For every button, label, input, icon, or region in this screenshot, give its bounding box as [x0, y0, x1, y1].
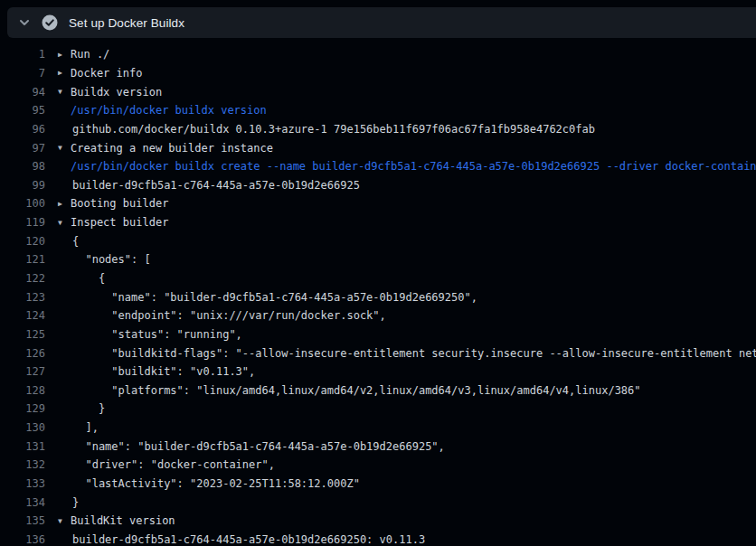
log-line-text: Booting builder [71, 197, 756, 210]
log-line: 96 github.com/docker/buildx 0.10.3+azure… [0, 120, 756, 139]
log-line: 134 } [0, 493, 756, 512]
log-line: 129 } [0, 400, 756, 419]
log-line: 131 "name": "builder-d9cfb5a1-c764-445a-… [0, 437, 756, 456]
line-number[interactable]: 119 [0, 216, 45, 229]
log-line: 95 /usr/bin/docker buildx version [0, 101, 756, 120]
line-number[interactable]: 127 [0, 365, 45, 378]
log-line-text: "buildkit": "v0.11.3", [71, 365, 756, 378]
log-line-text: builder-d9cfb5a1-c764-445a-a57e-0b19d2e6… [71, 533, 756, 546]
line-number[interactable]: 98 [0, 160, 45, 173]
log-line: 121 "nodes": [ [0, 250, 756, 269]
log-line[interactable]: 7 ▶ Docker info [0, 64, 756, 83]
log-line: 125 "status": "running", [0, 325, 756, 344]
line-number[interactable]: 128 [0, 384, 45, 397]
log-line[interactable]: 135 ▼ BuildKit version [0, 512, 756, 531]
log-line-text: "platforms": "linux/amd64,linux/amd64/v2… [71, 384, 756, 397]
log-line[interactable]: 100 ▶ Booting builder [0, 194, 756, 213]
log-line[interactable]: 119 ▼ Inspect builder [0, 213, 756, 232]
log-line[interactable]: 94 ▼ Buildx version [0, 82, 756, 101]
log-line-text: github.com/docker/buildx 0.10.3+azure-1 … [71, 123, 756, 136]
line-number[interactable]: 125 [0, 328, 45, 341]
log-line: 99 builder-d9cfb5a1-c764-445a-a57e-0b19d… [0, 175, 756, 194]
log-line-text: Docker info [71, 67, 756, 80]
expander-triangle-icon: ▼ [58, 144, 71, 152]
log-line-text: Inspect builder [71, 216, 756, 229]
log-line-text: } [71, 402, 756, 415]
step-title: Set up Docker Buildx [69, 16, 184, 30]
line-number[interactable]: 97 [0, 142, 45, 155]
expander-triangle-icon: ▶ [58, 200, 71, 208]
log-line: 126 "buildkitd-flags": "--allow-insecure… [0, 344, 756, 362]
log-line-text: builder-d9cfb5a1-c764-445a-a57e-0b19d2e6… [71, 179, 756, 192]
log-line-text: Creating a new builder instance [71, 142, 756, 155]
line-number[interactable]: 129 [0, 402, 45, 415]
line-number[interactable]: 1 [0, 48, 45, 61]
log-line[interactable]: 1 ▶ Run ./ [0, 45, 756, 64]
log-line: 98 /usr/bin/docker buildx create --name … [0, 157, 756, 176]
log-line-text: ], [71, 421, 756, 434]
log-viewer: 1 ▶ Run ./ 7 ▶ Docker info 94 ▼ Buildx v… [0, 45, 756, 546]
log-line-text: "name": "builder-d9cfb5a1-c764-445a-a57e… [71, 440, 756, 453]
line-number[interactable]: 134 [0, 496, 45, 509]
log-line-text: "nodes": [ [71, 253, 756, 266]
log-line: 132 "driver": "docker-container", [0, 456, 756, 475]
expander-triangle-icon: ▶ [58, 69, 71, 77]
check-circle-icon [42, 14, 58, 31]
chevron-down-icon[interactable] [18, 16, 31, 29]
line-number[interactable]: 123 [0, 291, 45, 304]
log-line-text: Run ./ [71, 48, 756, 61]
expander-triangle-icon: ▼ [58, 219, 71, 227]
expander-triangle-icon: ▼ [58, 517, 71, 525]
log-line-text: Buildx version [71, 86, 756, 99]
line-number[interactable]: 122 [0, 272, 45, 285]
log-line: 136 builder-d9cfb5a1-c764-445a-a57e-0b19… [0, 531, 756, 546]
log-line-text: BuildKit version [71, 514, 756, 527]
log-line: 128 "platforms": "linux/amd64,linux/amd6… [0, 381, 756, 400]
log-line-text: { [71, 235, 756, 248]
log-line: 127 "buildkit": "v0.11.3", [0, 362, 756, 381]
line-number[interactable]: 94 [0, 86, 45, 99]
line-number[interactable]: 136 [0, 533, 45, 546]
line-number[interactable]: 100 [0, 197, 45, 210]
log-line-text: "status": "running", [71, 328, 756, 341]
line-number[interactable]: 126 [0, 347, 45, 360]
log-line: 122 { [0, 269, 756, 288]
log-line-text: } [71, 496, 756, 509]
log-line-text: "name": "builder-d9cfb5a1-c764-445a-a57e… [71, 291, 756, 304]
line-number[interactable]: 124 [0, 309, 45, 322]
log-line: 120 { [0, 231, 756, 250]
line-number[interactable]: 96 [0, 123, 45, 136]
log-line[interactable]: 97 ▼ Creating a new builder instance [0, 138, 756, 157]
line-number[interactable]: 120 [0, 235, 45, 248]
line-number[interactable]: 131 [0, 440, 45, 453]
log-line-text: /usr/bin/docker buildx create --name bui… [71, 160, 756, 173]
log-line-text: "buildkitd-flags": "--allow-insecure-ent… [71, 347, 756, 360]
line-number[interactable]: 133 [0, 477, 45, 490]
line-number[interactable]: 121 [0, 253, 45, 266]
log-line-text: { [71, 272, 756, 285]
log-line-text: "lastActivity": "2023-02-25T11:58:12.000… [71, 477, 756, 490]
log-line-text: /usr/bin/docker buildx version [71, 104, 756, 117]
log-line: 130 ], [0, 419, 756, 438]
line-number[interactable]: 132 [0, 458, 45, 471]
line-number[interactable]: 99 [0, 179, 45, 192]
line-number[interactable]: 130 [0, 421, 45, 434]
log-line-text: "driver": "docker-container", [71, 458, 756, 471]
log-line-text: "endpoint": "unix:///var/run/docker.sock… [71, 309, 756, 322]
line-number[interactable]: 7 [0, 67, 45, 80]
expander-triangle-icon: ▶ [58, 51, 71, 59]
log-line: 124 "endpoint": "unix:///var/run/docker.… [0, 306, 756, 325]
expander-triangle-icon: ▼ [58, 88, 71, 96]
log-line: 123 "name": "builder-d9cfb5a1-c764-445a-… [0, 287, 756, 306]
line-number[interactable]: 135 [0, 514, 45, 527]
line-number[interactable]: 95 [0, 104, 45, 117]
step-header[interactable]: Set up Docker Buildx [7, 7, 756, 38]
log-line: 133 "lastActivity": "2023-02-25T11:58:12… [0, 475, 756, 494]
